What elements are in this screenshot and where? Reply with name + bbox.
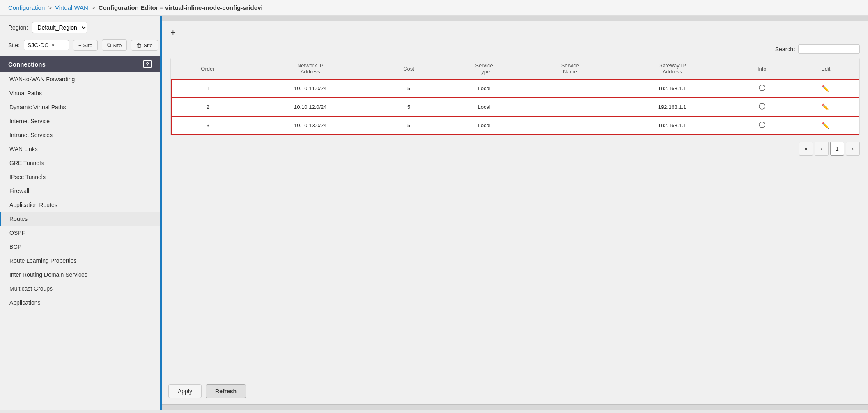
- edit-cell: ✏️: [792, 79, 859, 98]
- svg-text:i: i: [762, 104, 762, 109]
- col-order: Order: [171, 58, 244, 79]
- add-route-button[interactable]: +: [170, 28, 176, 38]
- connections-help-button[interactable]: ?: [143, 60, 152, 68]
- breadcrumb-virtual-wan[interactable]: Virtual WAN: [55, 4, 88, 11]
- sidebar-item-intranet-services[interactable]: Intranet Services: [0, 128, 160, 142]
- svg-text:i: i: [762, 86, 762, 90]
- site-select[interactable]: SJC-DC ▼: [24, 40, 69, 50]
- site-value: SJC-DC: [28, 42, 48, 48]
- blue-divider: [160, 16, 162, 410]
- edit-button[interactable]: ✏️: [820, 121, 831, 130]
- sidebar-item-routes[interactable]: Routes: [0, 212, 160, 226]
- sidebar-item-ipsec-tunnels[interactable]: IPsec Tunnels: [0, 170, 160, 184]
- sidebar-item-wan-to-wan[interactable]: WAN-to-WAN Forwarding: [0, 72, 160, 86]
- add-site-label: Site: [83, 42, 92, 48]
- sidebar-item-wan-links[interactable]: WAN Links: [0, 142, 160, 156]
- trash-icon: 🗑: [136, 42, 142, 48]
- breadcrumb-current: Configuration Editor – virtual-inline-mo…: [99, 4, 263, 11]
- scroll-bar-bottom[interactable]: [160, 404, 868, 410]
- search-label: Search:: [775, 46, 795, 53]
- apply-button[interactable]: Apply: [168, 384, 202, 398]
- breadcrumb-config[interactable]: Configuration: [8, 4, 45, 11]
- breadcrumb-sep-1: >: [48, 4, 52, 11]
- site-dropdown-arrow: ▼: [51, 43, 55, 48]
- routes-table: Order Network IPAddress Cost ServiceType…: [171, 58, 859, 135]
- svg-text:i: i: [762, 123, 762, 127]
- order-cell: 3: [171, 116, 244, 135]
- delete-site-label: Site: [143, 42, 152, 48]
- copy-site-label: Site: [113, 42, 122, 48]
- network-ip-cell: 10.10.11.0/24: [244, 79, 377, 98]
- col-cost: Cost: [377, 58, 441, 79]
- nav-list: WAN-to-WAN ForwardingVirtual PathsDynami…: [0, 72, 160, 310]
- network-ip-cell: 10.10.12.0/24: [244, 98, 377, 116]
- sidebar-item-route-learning-properties[interactable]: Route Learning Properties: [0, 254, 160, 268]
- service-type-cell: Local: [441, 79, 527, 98]
- edit-button[interactable]: ✏️: [820, 84, 831, 93]
- sidebar-item-ospf[interactable]: OSPF: [0, 226, 160, 240]
- sidebar-item-application-routes[interactable]: Application Routes: [0, 198, 160, 212]
- current-page-button[interactable]: 1: [830, 142, 844, 156]
- table-header-row: Order Network IPAddress Cost ServiceType…: [171, 58, 859, 79]
- sidebar-item-internet-service[interactable]: Internet Service: [0, 114, 160, 128]
- info-cell: i: [731, 116, 792, 135]
- service-name-cell: [527, 116, 613, 135]
- network-ip-cell: 10.10.13.0/24: [244, 116, 377, 135]
- col-service-name: ServiceName: [527, 58, 613, 79]
- copy-icon: ⧉: [107, 42, 111, 48]
- order-cell: 1: [171, 79, 244, 98]
- gateway-ip-cell: 192.168.1.1: [613, 116, 731, 135]
- add-site-button[interactable]: + Site: [73, 40, 98, 51]
- table-row: 310.10.13.0/245Local192.168.1.1i✏️: [171, 116, 859, 135]
- order-cell: 2: [171, 98, 244, 116]
- col-info: Info: [731, 58, 792, 79]
- delete-site-button[interactable]: 🗑 Site: [131, 40, 158, 51]
- edit-cell: ✏️: [792, 98, 859, 116]
- sidebar-item-firewall[interactable]: Firewall: [0, 184, 160, 198]
- right-panel: + Search: Order Network IPAddress Cost S…: [160, 16, 868, 410]
- action-bar: Apply Refresh: [160, 378, 868, 404]
- info-button[interactable]: i: [757, 84, 767, 93]
- service-name-cell: [527, 79, 613, 98]
- refresh-button[interactable]: Refresh: [206, 384, 246, 398]
- sidebar-item-dynamic-virtual-paths[interactable]: Dynamic Virtual Paths: [0, 100, 160, 114]
- search-input[interactable]: [798, 44, 860, 54]
- gateway-ip-cell: 192.168.1.1: [613, 79, 731, 98]
- sidebar-item-applications[interactable]: Applications: [0, 296, 160, 310]
- table-row: 110.10.11.0/245Local192.168.1.1i✏️: [171, 79, 859, 98]
- connections-title: Connections: [8, 61, 46, 68]
- service-type-cell: Local: [441, 116, 527, 135]
- cost-cell: 5: [377, 116, 441, 135]
- edit-button[interactable]: ✏️: [820, 103, 831, 112]
- gateway-ip-cell: 192.168.1.1: [613, 98, 731, 116]
- info-cell: i: [731, 98, 792, 116]
- right-content: + Search: Order Network IPAddress Cost S…: [162, 21, 868, 378]
- col-gateway-ip: Gateway IPAddress: [613, 58, 731, 79]
- sidebar-item-virtual-paths[interactable]: Virtual Paths: [0, 86, 160, 100]
- cost-cell: 5: [377, 79, 441, 98]
- cost-cell: 5: [377, 98, 441, 116]
- region-label: Region:: [8, 24, 28, 31]
- first-page-button[interactable]: «: [799, 142, 813, 156]
- table-body: 110.10.11.0/245Local192.168.1.1i✏️210.10…: [171, 79, 859, 135]
- prev-page-button[interactable]: ‹: [815, 142, 829, 156]
- next-page-button[interactable]: ›: [846, 142, 860, 156]
- sidebar-item-multicast-groups[interactable]: Multicast Groups: [0, 282, 160, 296]
- info-button[interactable]: i: [757, 121, 767, 130]
- scroll-bar-top[interactable]: [160, 16, 868, 21]
- plus-icon: +: [78, 42, 82, 48]
- copy-site-button[interactable]: ⧉ Site: [102, 39, 127, 51]
- connections-header: Connections ?: [0, 56, 160, 72]
- edit-cell: ✏️: [792, 116, 859, 135]
- sidebar-item-gre-tunnels[interactable]: GRE Tunnels: [0, 156, 160, 170]
- service-name-cell: [527, 98, 613, 116]
- sidebar-item-inter-routing-domain-services[interactable]: Inter Routing Domain Services: [0, 268, 160, 282]
- info-cell: i: [731, 79, 792, 98]
- routes-table-wrapper: Order Network IPAddress Cost ServiceType…: [170, 58, 860, 135]
- info-button[interactable]: i: [757, 102, 767, 112]
- col-service-type: ServiceType: [441, 58, 527, 79]
- sidebar-item-bgp[interactable]: BGP: [0, 240, 160, 254]
- region-select[interactable]: Default_Region: [32, 22, 87, 33]
- service-type-cell: Local: [441, 98, 527, 116]
- breadcrumb: Configuration > Virtual WAN > Configurat…: [0, 0, 868, 16]
